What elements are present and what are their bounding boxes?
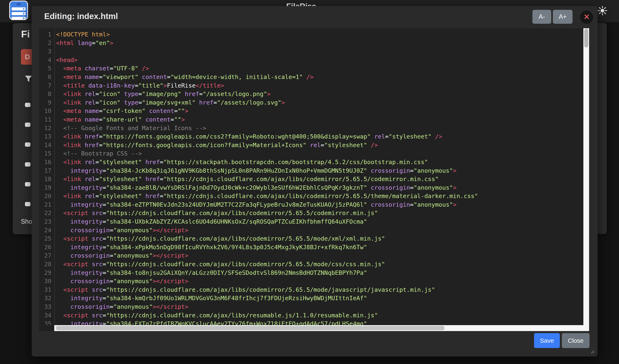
editor-gutter: 1234567891011121314151617181920212223242… — [39, 28, 55, 325]
code-line: integrity="sha384-EXTg7rPfdIBZWoKVCslucA… — [56, 320, 478, 325]
code-line: <script src="https://cdnjs.cloudflare.co… — [56, 311, 478, 320]
sidebar-item-icon[interactable] — [25, 182, 30, 186]
line-number: 5 — [39, 64, 54, 73]
line-number: 15 — [39, 149, 54, 158]
code-line: <!DOCTYPE html> — [56, 30, 478, 39]
line-number: 23 — [39, 217, 54, 226]
code-line: <title data-i18n-key="title">FileRise</t… — [56, 81, 478, 90]
logo-dot — [23, 13, 24, 14]
line-number: 10 — [39, 107, 54, 115]
line-number: 25 — [39, 234, 54, 243]
editor-modal: Editing: index.html A- A+ ✕ 123456789101… — [32, 6, 597, 356]
code-line: <!-- Google Fonts and Material Icons --> — [56, 124, 478, 133]
code-line — [56, 47, 478, 56]
editor-viewport[interactable]: 1234567891011121314151617181920212223242… — [39, 28, 589, 325]
font-decrease-button[interactable]: A- — [532, 10, 551, 24]
horizontal-scrollbar-thumb[interactable] — [56, 326, 445, 330]
code-line: crossorigin="anonymous"></script> — [56, 226, 478, 235]
code-line: <script src="https://cdnjs.cloudflare.co… — [56, 286, 478, 294]
code-editor[interactable]: 1234567891011121314151617181920212223242… — [39, 28, 589, 331]
filerise-logo-icon[interactable] — [9, 1, 28, 20]
logo-dot — [23, 18, 24, 19]
font-increase-button[interactable]: A+ — [553, 10, 573, 24]
line-number: 24 — [39, 226, 54, 235]
line-number: 32 — [39, 294, 54, 303]
code-line: <script src="https://cdnjs.cloudflare.co… — [56, 209, 478, 217]
line-number: 11 — [39, 115, 54, 124]
line-number: 4 — [39, 56, 54, 65]
line-number: 8 — [39, 90, 54, 98]
logo-bar — [12, 17, 26, 20]
save-button[interactable]: Save — [534, 333, 560, 348]
code-line: <script src="https://cdnjs.cloudflare.co… — [56, 234, 478, 243]
code-line: <link href="https://fonts.googleapis.com… — [56, 141, 478, 149]
code-line: <link rel="icon" type="image/png" href="… — [56, 90, 478, 98]
line-number: 28 — [39, 260, 54, 269]
logo-bar — [12, 7, 26, 11]
line-number: 18 — [39, 175, 54, 184]
code-line: integrity="sha384-JcKb8q3iqJ61gNV9KGb8th… — [56, 167, 478, 175]
line-number: 19 — [39, 184, 54, 192]
line-number: 34 — [39, 311, 54, 320]
sidebar-item-icon[interactable] — [25, 162, 30, 167]
line-number: 35 — [39, 320, 54, 325]
horizontal-scrollbar[interactable] — [54, 325, 589, 331]
line-number: 6 — [39, 73, 54, 81]
code-line: <meta name="viewport" content="width=dev… — [56, 73, 478, 81]
line-number: 20 — [39, 192, 54, 201]
line-number: 33 — [39, 303, 54, 311]
line-number: 17 — [39, 167, 54, 175]
vertical-scrollbar[interactable] — [583, 28, 589, 325]
sidebar-item-icon[interactable] — [25, 202, 30, 206]
code-line: crossorigin="anonymous"></script> — [56, 252, 478, 260]
editor-code[interactable]: <!DOCTYPE html><html lang="en"><head> <m… — [56, 30, 478, 325]
sidebar-show-text-fragment: Sho — [21, 218, 32, 225]
line-number: 1 — [39, 30, 54, 39]
logo-cap — [16, 3, 21, 5]
code-line: <html lang="en"> — [56, 39, 478, 47]
line-number: 13 — [39, 132, 54, 141]
logo-bar — [12, 12, 26, 15]
code-line: <link rel="stylesheet" href="https://sta… — [56, 158, 478, 167]
sidebar-title-fragment: Fi — [21, 28, 30, 40]
sun-icon[interactable] — [597, 6, 607, 16]
line-number: 7 — [39, 81, 54, 90]
code-line: <head> — [56, 56, 478, 65]
line-number: 22 — [39, 209, 54, 217]
sidebar-item-icon[interactable] — [25, 122, 30, 127]
funnel-icon[interactable] — [24, 75, 33, 83]
code-line: crossorigin="anonymous"></script> — [56, 303, 478, 311]
code-line: integrity="sha384-xPpkMo5nDgD98fIcuRVYhx… — [56, 243, 478, 252]
code-line: integrity="sha384-kmQrbJf09Uo1WRLMDVGoVG… — [56, 294, 478, 303]
line-number: 3 — [39, 47, 54, 56]
line-number: 21 — [39, 201, 54, 209]
code-line: crossorigin="anonymous"></script> — [56, 277, 478, 286]
code-line: <meta name="share-url" content=""> — [56, 115, 478, 124]
code-line: <link rel="stylesheet" href="https://cdn… — [56, 175, 478, 184]
close-button[interactable]: Close — [562, 333, 590, 348]
sidebar-item-icon[interactable] — [25, 142, 30, 147]
logo-dot — [23, 8, 24, 10]
code-line: <!-- Bootstrap CSS --> — [56, 149, 478, 158]
code-line: integrity="sha384-UXbkZAbZYZ/KCAslc6UO4d… — [56, 217, 478, 226]
sidebar-item-icon[interactable] — [25, 103, 30, 107]
line-number: 27 — [39, 252, 54, 260]
line-number: 30 — [39, 277, 54, 286]
code-line: <meta name="csrf-token" content=""> — [56, 107, 478, 115]
line-number: 12 — [39, 124, 54, 133]
line-number: 31 — [39, 286, 54, 294]
code-line: <script src="https://cdnjs.cloudflare.co… — [56, 260, 478, 269]
line-number: 9 — [39, 98, 54, 107]
code-line: <link rel="icon" type="image/svg+xml" hr… — [56, 98, 478, 107]
code-line: integrity="sha384-to8njsu2GAiXQnY/aLGzz0… — [56, 269, 478, 277]
close-icon[interactable]: ✕ — [580, 11, 593, 24]
line-number: 29 — [39, 269, 54, 277]
code-line: integrity="sha384-eZTPTN0EvJdn23s24UDYJm… — [56, 201, 478, 209]
line-number: 16 — [39, 158, 54, 167]
line-number: 2 — [39, 39, 54, 47]
code-line: <link rel="stylesheet" href="https://cdn… — [56, 192, 478, 201]
code-line: integrity="sha384-zaeBlB/vwYsDRSlFajnDd7… — [56, 184, 478, 192]
vertical-scrollbar-thumb[interactable] — [584, 29, 588, 47]
resize-handle-icon[interactable] — [589, 349, 594, 354]
code-line: <link href="https://fonts.googleapis.com… — [56, 132, 478, 141]
